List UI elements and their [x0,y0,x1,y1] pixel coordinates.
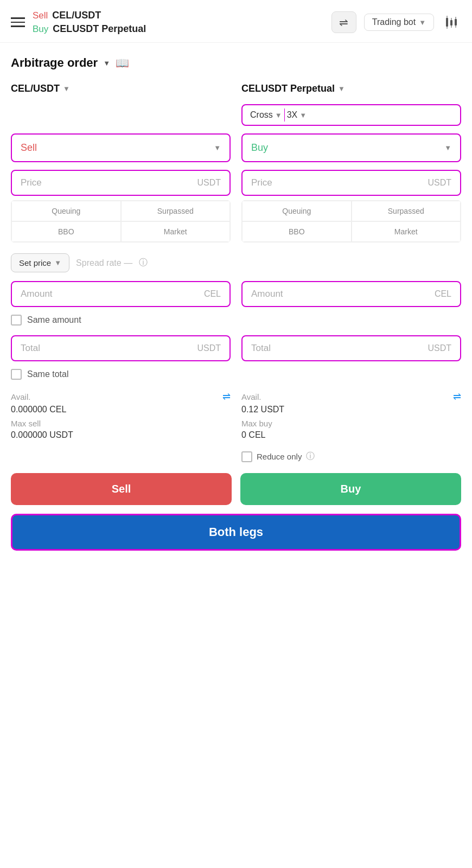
left-pair-selector[interactable]: CEL/USDT ▼ [11,83,231,94]
leverage-value-label: 3X [287,110,298,120]
right-price-placeholder: Price [251,177,272,188]
svg-rect-0 [446,18,448,27]
same-total-row: Same total [11,369,461,380]
left-queuing-option[interactable]: Queuing [11,201,121,221]
margin-type-label: Cross [250,110,273,120]
left-avail-value: 0.000000 CEL [11,405,66,414]
chevron-down-icon: ▼ [419,18,426,27]
right-surpassed-option[interactable]: Surpassed [352,201,461,221]
reduce-only-checkbox[interactable] [241,451,252,462]
leverage-selector[interactable]: Cross ▼ 3X ▼ [241,104,461,126]
hamburger-menu[interactable] [11,17,25,27]
left-total-input[interactable]: Total USDT [11,335,231,361]
svg-rect-6 [455,19,457,25]
left-pair-chevron: ▼ [63,85,70,93]
left-side-select[interactable]: Sell ▼ [11,133,231,162]
sell-button[interactable]: Sell [11,473,232,505]
left-side-label: Sell [21,142,37,154]
trading-bot-button[interactable]: Trading bot ▼ [364,14,434,31]
left-pair-label: CEL/USDT [11,83,60,94]
right-max-value: 0 CEL [241,430,461,440]
left-amount-placeholder: Amount [21,289,53,299]
buy-pair-name: CELUSDT Perpetual [53,23,146,35]
total-columns: Total USDT Total USDT [11,335,461,369]
candle-chart-icon[interactable] [442,12,461,32]
right-avail-col: Avail. ⇌ 0.12 USDT [241,391,461,414]
left-total-unit: USDT [197,343,221,353]
right-side-label: Buy [251,142,268,154]
left-max-label: Max sell [11,419,231,428]
both-legs-button[interactable]: Both legs [11,514,461,551]
left-max-col: Max sell 0.000000 USDT [11,419,231,440]
set-price-chevron: ▼ [54,259,61,267]
left-bbo-option[interactable]: BBO [11,221,121,242]
same-amount-label: Same amount [27,315,81,325]
left-price-input[interactable]: Price USDT [11,170,231,196]
sell-pair-name: CEL/USDT [52,10,101,21]
book-icon[interactable]: 📖 [116,56,129,69]
left-avail-label: Avail. [11,392,30,401]
right-bbo-option[interactable]: BBO [242,221,352,242]
left-side-chevron: ▼ [214,144,221,152]
left-amount-input[interactable]: Amount CEL [11,281,231,307]
svg-rect-4 [451,18,452,20]
right-price-unit: USDT [428,178,451,188]
right-queuing-option[interactable]: Queuing [242,201,352,221]
left-total-placeholder: Total [21,343,40,354]
same-total-label: Same total [27,369,68,379]
svg-rect-3 [450,20,452,25]
left-order-type-grid: Queuing Surpassed BBO Market [11,200,231,242]
left-surpassed-option[interactable]: Surpassed [121,201,231,221]
buy-button[interactable]: Buy [240,473,461,505]
spread-info-icon[interactable]: ⓘ [139,257,148,269]
right-max-label: Max buy [241,419,461,428]
margin-type-select[interactable]: Cross ▼ [250,110,282,120]
right-total-unit: USDT [428,343,451,353]
header: Sell CEL/USDT Buy CELUSDT Perpetual ⇌ Tr… [0,0,472,43]
swap-icon: ⇌ [339,16,348,29]
left-avail-col: Avail. ⇌ 0.000000 CEL [11,391,231,414]
svg-rect-8 [456,25,456,28]
right-column: Buy ▼ Price USDT Queuing Surpassed BBO M… [241,133,461,253]
swap-pairs-button[interactable]: ⇌ [331,11,356,33]
amount-columns: Amount CEL Amount CEL [11,281,461,315]
same-amount-row: Same amount [11,315,461,326]
set-price-button[interactable]: Set price ▼ [11,253,69,272]
leverage-value-select[interactable]: 3X ▼ [287,110,307,120]
right-market-option[interactable]: Market [352,221,461,242]
set-price-label: Set price [19,258,51,267]
trading-columns: Sell ▼ Price USDT Queuing Surpassed BBO … [11,133,461,253]
avail-row: Avail. ⇌ 0.000000 CEL Avail. ⇌ 0.12 USDT [11,391,461,414]
right-price-input[interactable]: Price USDT [241,170,461,196]
sell-side-label: Sell [33,10,48,21]
right-amount-placeholder: Amount [251,289,283,299]
left-amount-unit: CEL [204,289,221,299]
right-avail-value: 0.12 USDT [241,405,284,414]
reduce-only-info-icon[interactable]: ⓘ [306,451,315,462]
same-total-checkbox[interactable] [11,369,22,380]
right-avail-swap-icon[interactable]: ⇌ [453,391,461,403]
svg-rect-1 [447,16,448,18]
pair-selector-row: CEL/USDT ▼ CELUSDT Perpetual ▼ [11,83,461,94]
right-side-select[interactable]: Buy ▼ [241,133,461,162]
right-max-col: Max buy 0 CEL [241,419,461,440]
right-avail-label: Avail. [241,392,261,401]
margin-chevron-icon: ▼ [275,111,282,119]
right-total-placeholder: Total [251,343,271,354]
left-avail-swap-icon[interactable]: ⇌ [222,391,231,403]
availability-section: Avail. ⇌ 0.000000 CEL Avail. ⇌ 0.12 USDT… [11,391,461,440]
max-row: Max sell 0.000000 USDT Max buy 0 CEL [11,419,461,440]
right-amount-unit: CEL [435,289,451,299]
action-buttons-row: Sell Buy [11,473,461,505]
left-price-placeholder: Price [21,177,42,188]
right-total-input[interactable]: Total USDT [241,335,461,361]
same-amount-checkbox[interactable] [11,315,22,326]
right-order-type-grid: Queuing Surpassed BBO Market [241,200,461,242]
right-pair-selector[interactable]: CELUSDT Perpetual ▼ [241,83,461,94]
left-market-option[interactable]: Market [121,221,231,242]
right-pair-chevron: ▼ [338,85,345,93]
left-max-value: 0.000000 USDT [11,430,231,440]
svg-rect-7 [456,17,456,19]
set-price-row: Set price ▼ Spread rate — ⓘ [11,253,461,272]
right-amount-input[interactable]: Amount CEL [241,281,461,307]
